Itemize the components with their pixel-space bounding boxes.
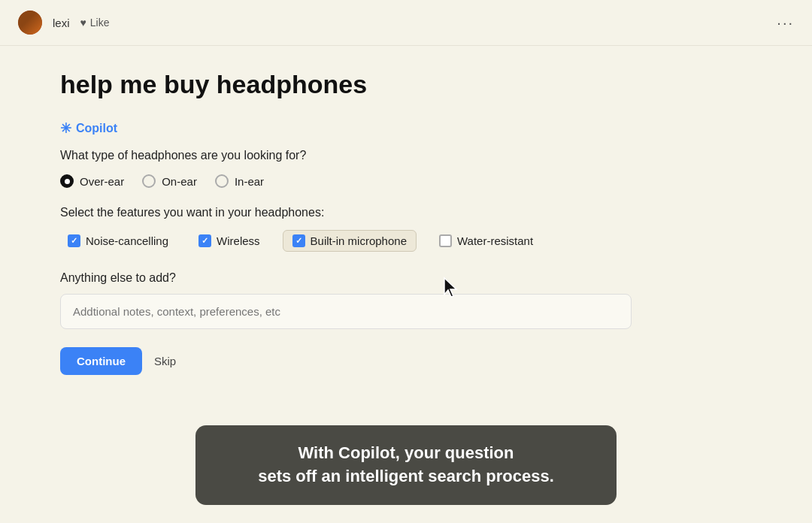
like-label: Like (90, 17, 110, 29)
radio-on-ear-label: On-ear (162, 175, 197, 188)
checkbox-wireless-label: Wireless (217, 234, 260, 247)
radio-on-ear-indicator (142, 174, 156, 188)
checkbox-water-resistant[interactable]: Water-resistant (432, 231, 541, 251)
username: lexi (53, 17, 70, 29)
like-button[interactable]: ♥ Like (80, 17, 110, 29)
ellipsis-icon: ··· (777, 14, 794, 31)
features-group: Noise-cancelling Wireless Built-in micro… (60, 230, 752, 252)
top-bar: lexi ♥ Like ··· (0, 0, 812, 46)
checkbox-water-resistant-label: Water-resistant (457, 234, 533, 247)
radio-on-ear[interactable]: On-ear (142, 174, 197, 188)
skip-button[interactable]: Skip (154, 355, 176, 367)
checkbox-built-in-microphone-indicator (292, 234, 305, 247)
question2-text: Select the features you want in your hea… (60, 206, 752, 219)
tooltip-line1: With Copilot, your question (298, 443, 514, 462)
checkbox-noise-cancelling-indicator (68, 234, 80, 247)
checkbox-built-in-microphone-label: Built-in microphone (311, 234, 407, 247)
radio-in-ear-label: In-ear (235, 175, 264, 188)
radio-over-ear-label: Over-ear (80, 175, 124, 188)
checkbox-noise-cancelling[interactable]: Noise-cancelling (60, 231, 176, 251)
headphone-type-group: Over-ear On-ear In-ear (60, 174, 752, 188)
tooltip-banner: With Copilot, your question sets off an … (195, 425, 617, 505)
checkbox-water-resistant-indicator (439, 234, 452, 247)
question3-text: Anything else to add? (60, 271, 752, 285)
additional-notes-input[interactable] (60, 294, 632, 329)
radio-in-ear-indicator (215, 174, 229, 188)
main-content: help me buy headphones ✳ Copilot What ty… (0, 46, 812, 399)
avatar (18, 11, 42, 35)
more-options-button[interactable]: ··· (777, 14, 794, 32)
copilot-icon: ✳ (60, 120, 71, 137)
radio-over-ear-indicator (60, 174, 74, 188)
checkbox-noise-cancelling-label: Noise-cancelling (86, 234, 168, 247)
avatar-image (18, 11, 42, 35)
question1-text: What type of headphones are you looking … (60, 149, 752, 162)
checkbox-wireless-indicator (198, 234, 211, 247)
tooltip-line2: sets off an intelligent search process. (258, 467, 554, 485)
page-title: help me buy headphones (60, 70, 752, 99)
copilot-text: Copilot (76, 122, 117, 135)
checkbox-built-in-microphone[interactable]: Built-in microphone (283, 230, 417, 252)
action-buttons: Continue Skip (60, 347, 752, 375)
heart-icon: ♥ (80, 17, 86, 29)
copilot-label: ✳ Copilot (60, 120, 752, 137)
checkbox-wireless[interactable]: Wireless (191, 231, 268, 251)
continue-button[interactable]: Continue (60, 347, 142, 375)
radio-in-ear[interactable]: In-ear (215, 174, 264, 188)
radio-over-ear[interactable]: Over-ear (60, 174, 124, 188)
